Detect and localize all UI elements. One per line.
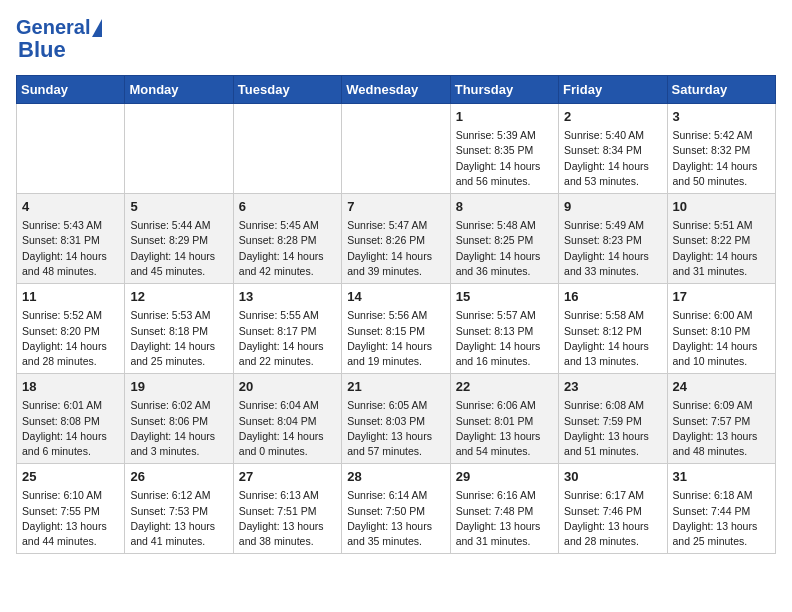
cell-content: Sunrise: 6:08 AM Sunset: 7:59 PM Dayligh…: [564, 398, 661, 459]
calendar-cell: 31Sunrise: 6:18 AM Sunset: 7:44 PM Dayli…: [667, 464, 775, 554]
cell-content: Sunrise: 6:01 AM Sunset: 8:08 PM Dayligh…: [22, 398, 119, 459]
calendar-cell: 6Sunrise: 5:45 AM Sunset: 8:28 PM Daylig…: [233, 194, 341, 284]
calendar-cell: 1Sunrise: 5:39 AM Sunset: 8:35 PM Daylig…: [450, 104, 558, 194]
day-number: 27: [239, 468, 336, 486]
calendar-cell: 25Sunrise: 6:10 AM Sunset: 7:55 PM Dayli…: [17, 464, 125, 554]
header-sunday: Sunday: [17, 76, 125, 104]
cell-content: Sunrise: 6:17 AM Sunset: 7:46 PM Dayligh…: [564, 488, 661, 549]
day-number: 8: [456, 198, 553, 216]
header-monday: Monday: [125, 76, 233, 104]
calendar-cell: 23Sunrise: 6:08 AM Sunset: 7:59 PM Dayli…: [559, 374, 667, 464]
cell-content: Sunrise: 6:02 AM Sunset: 8:06 PM Dayligh…: [130, 398, 227, 459]
day-number: 20: [239, 378, 336, 396]
cell-content: Sunrise: 5:48 AM Sunset: 8:25 PM Dayligh…: [456, 218, 553, 279]
logo-triangle-icon: [92, 19, 102, 37]
week-row-2: 4Sunrise: 5:43 AM Sunset: 8:31 PM Daylig…: [17, 194, 776, 284]
calendar-cell: 16Sunrise: 5:58 AM Sunset: 8:12 PM Dayli…: [559, 284, 667, 374]
cell-content: Sunrise: 5:55 AM Sunset: 8:17 PM Dayligh…: [239, 308, 336, 369]
cell-content: Sunrise: 5:43 AM Sunset: 8:31 PM Dayligh…: [22, 218, 119, 279]
calendar-cell: 27Sunrise: 6:13 AM Sunset: 7:51 PM Dayli…: [233, 464, 341, 554]
cell-content: Sunrise: 5:40 AM Sunset: 8:34 PM Dayligh…: [564, 128, 661, 189]
calendar-cell: 9Sunrise: 5:49 AM Sunset: 8:23 PM Daylig…: [559, 194, 667, 284]
cell-content: Sunrise: 5:52 AM Sunset: 8:20 PM Dayligh…: [22, 308, 119, 369]
cell-content: Sunrise: 5:51 AM Sunset: 8:22 PM Dayligh…: [673, 218, 770, 279]
cell-content: Sunrise: 5:44 AM Sunset: 8:29 PM Dayligh…: [130, 218, 227, 279]
calendar-header: SundayMondayTuesdayWednesdayThursdayFrid…: [17, 76, 776, 104]
day-number: 19: [130, 378, 227, 396]
day-number: 30: [564, 468, 661, 486]
cell-content: Sunrise: 5:53 AM Sunset: 8:18 PM Dayligh…: [130, 308, 227, 369]
calendar-table: SundayMondayTuesdayWednesdayThursdayFrid…: [16, 75, 776, 554]
calendar-body: 1Sunrise: 5:39 AM Sunset: 8:35 PM Daylig…: [17, 104, 776, 554]
cell-content: Sunrise: 5:49 AM Sunset: 8:23 PM Dayligh…: [564, 218, 661, 279]
day-number: 14: [347, 288, 444, 306]
calendar-cell: 13Sunrise: 5:55 AM Sunset: 8:17 PM Dayli…: [233, 284, 341, 374]
cell-content: Sunrise: 6:14 AM Sunset: 7:50 PM Dayligh…: [347, 488, 444, 549]
logo-general: General: [16, 16, 90, 38]
calendar-cell: [342, 104, 450, 194]
day-number: 12: [130, 288, 227, 306]
cell-content: Sunrise: 5:45 AM Sunset: 8:28 PM Dayligh…: [239, 218, 336, 279]
day-number: 4: [22, 198, 119, 216]
day-number: 10: [673, 198, 770, 216]
day-number: 11: [22, 288, 119, 306]
day-number: 23: [564, 378, 661, 396]
cell-content: Sunrise: 5:42 AM Sunset: 8:32 PM Dayligh…: [673, 128, 770, 189]
cell-content: Sunrise: 6:13 AM Sunset: 7:51 PM Dayligh…: [239, 488, 336, 549]
cell-content: Sunrise: 6:09 AM Sunset: 7:57 PM Dayligh…: [673, 398, 770, 459]
day-number: 18: [22, 378, 119, 396]
calendar-cell: 7Sunrise: 5:47 AM Sunset: 8:26 PM Daylig…: [342, 194, 450, 284]
calendar-cell: [233, 104, 341, 194]
day-number: 9: [564, 198, 661, 216]
day-number: 3: [673, 108, 770, 126]
calendar-cell: 4Sunrise: 5:43 AM Sunset: 8:31 PM Daylig…: [17, 194, 125, 284]
day-number: 26: [130, 468, 227, 486]
cell-content: Sunrise: 6:18 AM Sunset: 7:44 PM Dayligh…: [673, 488, 770, 549]
logo: General Blue: [16, 16, 102, 63]
cell-content: Sunrise: 6:05 AM Sunset: 8:03 PM Dayligh…: [347, 398, 444, 459]
calendar-cell: 3Sunrise: 5:42 AM Sunset: 8:32 PM Daylig…: [667, 104, 775, 194]
cell-content: Sunrise: 6:10 AM Sunset: 7:55 PM Dayligh…: [22, 488, 119, 549]
calendar-cell: 18Sunrise: 6:01 AM Sunset: 8:08 PM Dayli…: [17, 374, 125, 464]
header-saturday: Saturday: [667, 76, 775, 104]
cell-content: Sunrise: 6:16 AM Sunset: 7:48 PM Dayligh…: [456, 488, 553, 549]
header-thursday: Thursday: [450, 76, 558, 104]
cell-content: Sunrise: 6:12 AM Sunset: 7:53 PM Dayligh…: [130, 488, 227, 549]
calendar-cell: 22Sunrise: 6:06 AM Sunset: 8:01 PM Dayli…: [450, 374, 558, 464]
day-number: 25: [22, 468, 119, 486]
header-friday: Friday: [559, 76, 667, 104]
week-row-5: 25Sunrise: 6:10 AM Sunset: 7:55 PM Dayli…: [17, 464, 776, 554]
calendar-cell: 12Sunrise: 5:53 AM Sunset: 8:18 PM Dayli…: [125, 284, 233, 374]
calendar-cell: 28Sunrise: 6:14 AM Sunset: 7:50 PM Dayli…: [342, 464, 450, 554]
header-wednesday: Wednesday: [342, 76, 450, 104]
page-header: General Blue: [16, 16, 776, 63]
calendar-cell: 10Sunrise: 5:51 AM Sunset: 8:22 PM Dayli…: [667, 194, 775, 284]
day-number: 2: [564, 108, 661, 126]
day-number: 6: [239, 198, 336, 216]
cell-content: Sunrise: 6:00 AM Sunset: 8:10 PM Dayligh…: [673, 308, 770, 369]
calendar-cell: 15Sunrise: 5:57 AM Sunset: 8:13 PM Dayli…: [450, 284, 558, 374]
calendar-cell: 29Sunrise: 6:16 AM Sunset: 7:48 PM Dayli…: [450, 464, 558, 554]
cell-content: Sunrise: 6:06 AM Sunset: 8:01 PM Dayligh…: [456, 398, 553, 459]
calendar-cell: 30Sunrise: 6:17 AM Sunset: 7:46 PM Dayli…: [559, 464, 667, 554]
cell-content: Sunrise: 6:04 AM Sunset: 8:04 PM Dayligh…: [239, 398, 336, 459]
calendar-cell: 2Sunrise: 5:40 AM Sunset: 8:34 PM Daylig…: [559, 104, 667, 194]
calendar-cell: 19Sunrise: 6:02 AM Sunset: 8:06 PM Dayli…: [125, 374, 233, 464]
cell-content: Sunrise: 5:58 AM Sunset: 8:12 PM Dayligh…: [564, 308, 661, 369]
header-tuesday: Tuesday: [233, 76, 341, 104]
day-number: 21: [347, 378, 444, 396]
day-number: 16: [564, 288, 661, 306]
cell-content: Sunrise: 5:56 AM Sunset: 8:15 PM Dayligh…: [347, 308, 444, 369]
cell-content: Sunrise: 5:47 AM Sunset: 8:26 PM Dayligh…: [347, 218, 444, 279]
day-number: 22: [456, 378, 553, 396]
day-number: 28: [347, 468, 444, 486]
day-number: 7: [347, 198, 444, 216]
week-row-1: 1Sunrise: 5:39 AM Sunset: 8:35 PM Daylig…: [17, 104, 776, 194]
calendar-cell: 8Sunrise: 5:48 AM Sunset: 8:25 PM Daylig…: [450, 194, 558, 284]
day-number: 1: [456, 108, 553, 126]
calendar-cell: [125, 104, 233, 194]
day-number: 5: [130, 198, 227, 216]
day-number: 24: [673, 378, 770, 396]
header-row: SundayMondayTuesdayWednesdayThursdayFrid…: [17, 76, 776, 104]
calendar-cell: 11Sunrise: 5:52 AM Sunset: 8:20 PM Dayli…: [17, 284, 125, 374]
